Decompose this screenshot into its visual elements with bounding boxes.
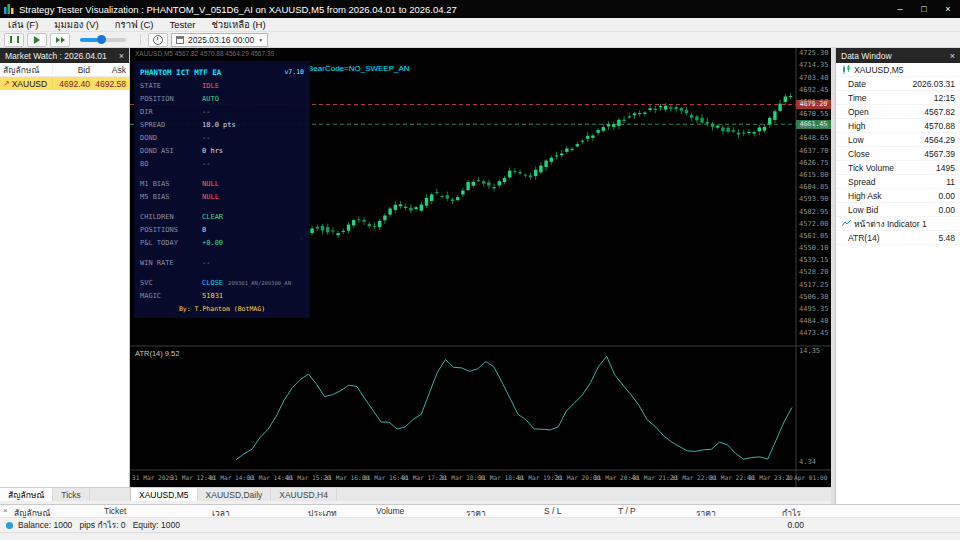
atr-indicator-label: ATR(14) 9.52 [135,349,179,358]
ea-panel-rows: STATEIDLEPOSITIONAUTODIR--SPREAD18.0 pts… [140,79,304,302]
mw-tab-1[interactable]: สัญลักษณ์ [0,488,53,501]
play-button[interactable] [27,33,47,47]
price-scale-label: 4495.35 [799,305,829,313]
ask-cell: 4692.58 [90,79,129,89]
ea-panel-row: WIN RATE-- [140,256,304,269]
menu-item-4[interactable]: Tester [162,19,204,30]
play-icon [34,36,40,44]
ea-panel-row: DIR-- [140,105,304,118]
chart-annotation: BearCode=NO_SWEEP_AN [308,64,410,73]
menu-bar: เล่น (F)มุมมอง (V)กราฟ (C)Testerช่วยเหลื… [0,18,960,32]
price-scale-label: 4473.45 [799,329,829,337]
ea-panel-version: v7.10 [284,68,304,76]
data-window-row: Date2026.03.31 [836,77,960,91]
data-window-row: Time12:15 [836,91,960,105]
candlestick-icon [842,65,851,74]
minimize-button[interactable]: – [888,0,912,18]
toolbar-separator [140,34,141,45]
time-axis-label: 31 Mar 2026 [132,474,173,481]
skip-button[interactable] [50,33,70,47]
price-scale-label: 4637.70 [799,147,829,155]
price-scale-label: 4593.90 [799,195,829,203]
fast-forward-icon [56,37,60,43]
price-scale-label: 4517.25 [799,281,829,289]
close-button[interactable]: × [936,0,960,18]
price-scale-label: 4528.20 [799,268,829,276]
speed-slider[interactable] [80,38,126,42]
data-window-row: Tick Volume1495 [836,161,960,175]
bottom-strip [0,532,960,540]
price-scale-label: 4703.40 [799,74,829,82]
chart-tabs: XAUUSD,M5XAUUSD,DailyXAUUSD,H4 [131,488,337,501]
ea-info-panel: PHANTOM ICT MTF EA v7.10 STATEIDLEPOSITI… [134,61,310,318]
price-scale-label: 4615.80 [799,171,829,179]
mw-column-header[interactable]: Ask [90,65,129,75]
market-watch-column-headers: สัญลักษณ์BidAsk [0,63,129,77]
price-scale-label: 4484.40 [799,317,829,325]
chart-tab-3[interactable]: XAUUSD,H4 [271,488,337,501]
fast-forward-icon [61,37,65,43]
maximize-button[interactable]: □ [912,0,936,18]
chart-tab-2[interactable]: XAUUSD,Daily [198,488,272,501]
trade-panel-close-icon[interactable]: × [3,506,8,515]
price-up-icon: ↗ [3,79,10,88]
mw-column-header[interactable]: Bid [52,65,90,75]
status-bar: Balance: 1000 pips กำไร: 0 Equity: 1000 … [0,518,960,532]
ea-panel-row: POSITIONS0 [140,223,304,236]
window-title: Strategy Tester Visualization : PHANTOM_… [19,4,457,15]
chart-tab-1[interactable]: XAUUSD,M5 [131,488,198,501]
menu-item-2[interactable]: มุมมอง (V) [46,17,106,32]
ea-panel-row: BO-- [140,157,304,170]
slider-fill [80,38,98,42]
ea-panel-spacer [140,269,304,276]
price-scale-label: 4582.95 [799,208,829,216]
market-watch-tabs: สัญลักษณ์Ticks [0,488,131,501]
data-window-indicator-row[interactable]: หน้าต่าง Indicator 1 [836,217,960,231]
date-select[interactable]: 2025.03.16 00:00 ▼ [171,33,268,47]
trade-column-header-5[interactable]: Volume [376,506,404,516]
ea-panel-spacer [140,170,304,177]
chart-area[interactable]: XAUUSD,M5 4567.82 4570.88 4564.29 4567.3… [130,48,831,487]
ea-panel-row: M5 BIASNULL [140,190,304,203]
menu-item-5[interactable]: ช่วยเหลือ (H) [203,17,273,32]
data-window-header: Data Window × [836,48,960,63]
price-scale-label: 4539.15 [799,256,829,264]
mw-tab-2[interactable]: Ticks [53,488,90,501]
ea-panel-row: P&L TODAY+0.00 [140,236,304,249]
trade-column-header-2[interactable]: Ticket [104,506,126,516]
market-watch-row[interactable]: ↗XAUUSD4692.404692.58 [0,77,129,90]
data-window-close-icon[interactable]: × [950,51,955,61]
market-watch-header: Market Watch : 2026.04.01 × [0,48,129,63]
data-window-row: Open4567.82 [836,105,960,119]
mw-column-header[interactable]: สัญลักษณ์ [0,63,52,77]
data-window-panel: Data Window × XAUUSD,M5 Date2026.03.31Ti… [835,48,960,504]
indicator-icon [842,219,851,228]
market-watch-close-icon[interactable]: × [119,51,124,61]
data-window-row: Low4564.29 [836,133,960,147]
ea-panel-row: STATEIDLE [140,79,304,92]
ea-panel-row: SPREAD18.0 pts [140,118,304,131]
ea-panel-row: MAGIC51031 [140,289,304,302]
pause-button[interactable] [4,33,24,47]
menu-item-3[interactable]: กราฟ (C) [107,17,162,32]
trade-column-header-7[interactable]: S / L [544,506,561,516]
market-watch-rows: ↗XAUUSD4692.404692.58 [0,77,129,90]
ea-panel-row: DOND ASI0 hrs [140,144,304,157]
price-scale-label: 4725.30 [799,49,829,57]
price-scale-label: 4659.60 [799,122,829,130]
slider-handle[interactable] [97,35,106,44]
bid-cell: 4692.40 [52,79,90,89]
toolbar: 2025.03.16 00:00 ▼ [0,32,960,48]
data-window-symbol-row[interactable]: XAUUSD,M5 [836,63,960,77]
time-jump-button[interactable] [148,33,168,47]
price-scale-label: 4604.85 [799,183,829,191]
data-window-row: Low Bid0.00 [836,203,960,217]
clock-icon [153,35,163,45]
data-window-indicator-title: หน้าต่าง Indicator 1 [854,217,927,231]
price-scale-label: 4626.75 [799,159,829,167]
menu-item-1[interactable]: เล่น (F) [0,17,46,32]
time-axis-label: 1 Apr 01:00 [787,474,828,481]
price-scale-label: 4648.65 [799,134,829,142]
price-scale-label: 4550.10 [799,244,829,252]
trade-column-header-8[interactable]: T / P [618,506,636,516]
